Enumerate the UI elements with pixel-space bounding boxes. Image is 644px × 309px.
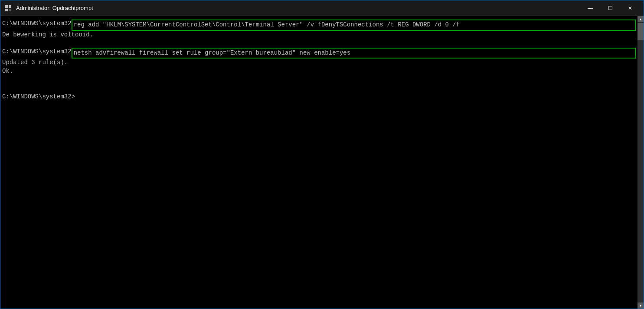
svg-rect-4 [9,9,11,11]
empty-line-1 [2,39,636,48]
window-title: Administrator: Opdrachtprompt [16,5,580,11]
svg-rect-2 [9,5,11,8]
cmd-line-1: C:\WINDOWS\system32reg add "HKLM\SYSTEM\… [2,20,636,31]
svg-rect-3 [5,9,8,11]
cmd-prefix-1: C:\WINDOWS\system32 [2,20,72,28]
output-line-3: Ok. [2,67,636,76]
output-line-2: Updated 3 rule(s). [2,59,636,67]
title-bar: Administrator: Opdrachtprompt — ☐ ✕ [0,0,644,16]
prompt-line: C:\WINDOWS\system32> [2,93,636,101]
scroll-up-arrow[interactable]: ▲ [637,16,644,22]
terminal-content[interactable]: C:\WINDOWS\system32reg add "HKLM\SYSTEM\… [0,16,637,309]
empty-line-2 [2,76,636,85]
output-line-1: De bewerking is voltooid. [2,31,636,39]
cmd-line-2: C:\WINDOWS\system32netsh advfirewall fir… [2,48,636,59]
cmd-text-1: reg add "HKLM\SYSTEM\CurrentControlSet\C… [72,20,636,31]
maximize-button[interactable]: ☐ [600,0,620,16]
close-button[interactable]: ✕ [620,0,640,16]
window-controls: — ☐ ✕ [580,0,640,16]
scrollbar[interactable]: ▲ ▼ [637,16,644,309]
cmd-window: Administrator: Opdrachtprompt — ☐ ✕ C:\W… [0,0,644,309]
cmd-prefix-2: C:\WINDOWS\system32 [2,48,72,56]
minimize-button[interactable]: — [580,0,600,16]
window-icon [4,4,13,13]
terminal-container: C:\WINDOWS\system32reg add "HKLM\SYSTEM\… [0,16,644,309]
scrollbar-track[interactable] [637,22,644,302]
empty-line-3 [2,84,636,93]
cmd-text-2: netsh advfirewall firewall set rule grou… [72,48,636,59]
scrollbar-thumb[interactable] [637,23,644,40]
svg-rect-1 [5,5,8,8]
scroll-down-arrow[interactable]: ▼ [637,302,644,309]
